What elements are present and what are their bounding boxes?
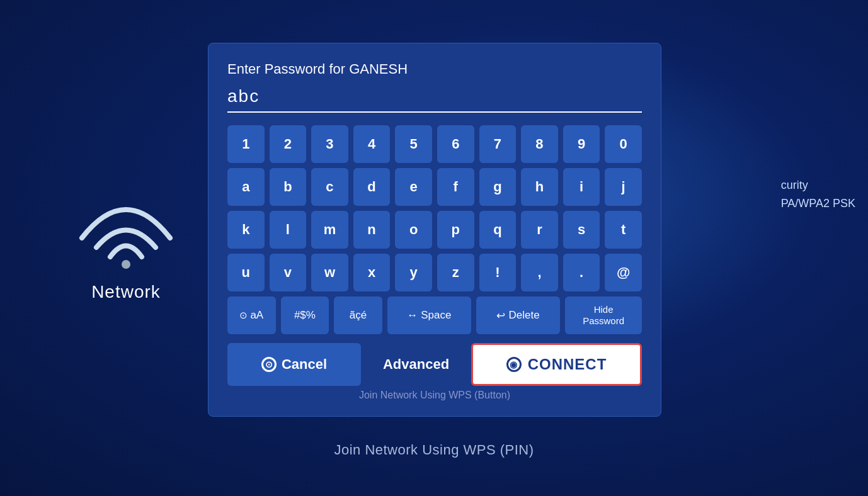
key-v[interactable]: v (270, 254, 307, 291)
key-exclaim[interactable]: ! (479, 254, 517, 291)
key-toggle-case[interactable]: ⊙ aA (227, 296, 276, 334)
key-d[interactable]: d (353, 168, 391, 206)
keyboard-row-kt: k l m n o p q r s t (227, 211, 642, 249)
key-comma[interactable]: , (521, 254, 558, 291)
advanced-button[interactable]: Advanced (366, 343, 466, 386)
wps-pin-text: Join Network Using WPS (PIN) (334, 442, 534, 458)
key-7[interactable]: 7 (479, 125, 517, 163)
advanced-label: Advanced (383, 356, 449, 373)
key-p[interactable]: p (437, 211, 474, 249)
key-y[interactable]: y (395, 254, 432, 291)
password-input-row: abc (227, 86, 642, 113)
key-4[interactable]: 4 (353, 125, 391, 163)
key-j[interactable]: j (605, 168, 642, 206)
key-at[interactable]: @ (605, 254, 642, 291)
key-x[interactable]: x (353, 254, 391, 291)
key-s[interactable]: s (563, 211, 600, 249)
key-l[interactable]: l (270, 211, 307, 249)
cancel-button[interactable]: ⊙ Cancel (227, 343, 361, 386)
key-k[interactable]: k (227, 211, 265, 249)
connect-button[interactable]: ◉ CONNECT (471, 343, 642, 386)
key-6[interactable]: 6 (437, 125, 474, 163)
connect-circle-icon: ◉ (506, 357, 522, 372)
key-o[interactable]: o (395, 211, 432, 249)
security-value: PA/WPA2 PSK (781, 194, 855, 213)
key-q[interactable]: q (479, 211, 517, 249)
key-hide-password[interactable]: HidePassword (565, 296, 642, 334)
key-accents[interactable]: ãçé (334, 296, 382, 334)
key-n[interactable]: n (353, 211, 391, 249)
keyboard: 1 2 3 4 5 6 7 8 9 0 a b c d e f g h i j … (227, 125, 642, 334)
key-t[interactable]: t (605, 211, 642, 249)
key-r[interactable]: r (521, 211, 558, 249)
key-9[interactable]: 9 (563, 125, 600, 163)
key-i[interactable]: i (563, 168, 600, 206)
key-0[interactable]: 0 (605, 125, 642, 163)
cancel-circle-icon: ⊙ (261, 357, 277, 372)
keyboard-row-uz: u v w x y z ! , . @ (227, 254, 642, 291)
key-f[interactable]: f (437, 168, 474, 206)
key-m[interactable]: m (311, 211, 348, 249)
key-8[interactable]: 8 (521, 125, 558, 163)
password-display: abc (227, 86, 260, 106)
key-symbols[interactable]: #$% (281, 296, 329, 334)
key-1[interactable]: 1 (227, 125, 265, 163)
key-g[interactable]: g (479, 168, 517, 206)
wifi-section: Network (76, 194, 176, 302)
key-2[interactable]: 2 (270, 125, 307, 163)
connect-label: CONNECT (528, 356, 607, 373)
key-c[interactable]: c (311, 168, 348, 206)
key-z[interactable]: z (437, 254, 474, 291)
key-delete[interactable]: ↩ Delete (476, 296, 560, 334)
key-b[interactable]: b (270, 168, 307, 206)
right-info: curity PA/WPA2 PSK (781, 176, 855, 213)
network-label: Network (91, 282, 161, 302)
password-dialog: Enter Password for GANESH abc 1 2 3 4 5 … (208, 43, 661, 417)
key-space[interactable]: ↔ Space (387, 296, 471, 334)
key-e[interactable]: e (395, 168, 432, 206)
keyboard-row-aj: a b c d e f g h i j (227, 168, 642, 206)
key-h[interactable]: h (521, 168, 558, 206)
cancel-label: Cancel (282, 356, 327, 373)
wps-inline-text: Join Network Using WPS (Button) (227, 390, 642, 401)
key-3[interactable]: 3 (311, 125, 348, 163)
wifi-icon (76, 194, 176, 269)
key-a[interactable]: a (227, 168, 265, 206)
security-label: curity (781, 176, 855, 194)
key-u[interactable]: u (227, 254, 265, 291)
key-period[interactable]: . (563, 254, 600, 291)
keyboard-row-numbers: 1 2 3 4 5 6 7 8 9 0 (227, 125, 642, 163)
dialog-title: Enter Password for GANESH (227, 61, 642, 77)
key-w[interactable]: w (311, 254, 348, 291)
svg-point-0 (122, 260, 130, 269)
action-row: ⊙ Cancel Advanced ◉ CONNECT (227, 343, 642, 386)
keyboard-special-row: ⊙ aA #$% ãçé ↔ Space ↩ Delete HidePasswo… (227, 296, 642, 334)
key-5[interactable]: 5 (395, 125, 432, 163)
